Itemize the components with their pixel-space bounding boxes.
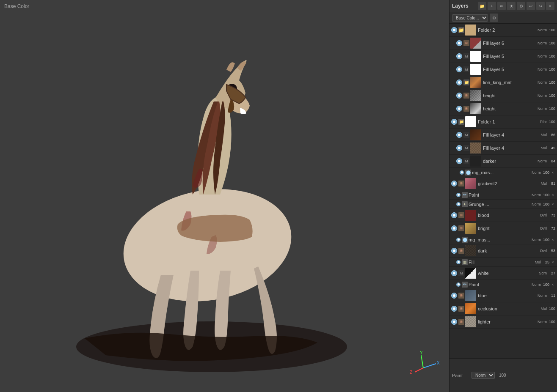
- opacity-value: 100: [499, 373, 506, 378]
- layer-row-lion[interactable]: 📁 lion_king_mat Norm 100: [449, 76, 557, 89]
- layer-row-mgmas2[interactable]: ⬤ mg_mas... Norm 100 ×: [449, 235, 557, 244]
- visibility-blood[interactable]: [451, 212, 457, 218]
- blend-fill-dark: Mul: [527, 260, 541, 264]
- opacity-folder1: 100: [547, 120, 555, 124]
- mask-white-icon: M: [458, 270, 464, 276]
- channel-settings-button[interactable]: ⚙: [490, 14, 498, 22]
- visibility-fill4a[interactable]: [456, 132, 462, 138]
- layer-row-height2[interactable]: ⊞ height Norm 100: [449, 102, 557, 115]
- layer-row-paint1[interactable]: ✏ Paint Norm 100 ×: [449, 190, 557, 200]
- visibility-fill5b[interactable]: [456, 66, 462, 72]
- visibility-dark[interactable]: [451, 248, 457, 254]
- visibility-fill-dark[interactable]: [456, 260, 460, 264]
- visibility-bright[interactable]: [451, 225, 457, 231]
- visibility-occlusion[interactable]: [451, 306, 457, 312]
- visibility-height1[interactable]: [456, 93, 462, 99]
- visibility-fill4b[interactable]: [456, 145, 462, 151]
- mask-icon-5a: M: [463, 53, 469, 59]
- layer-row-gradient2[interactable]: ⊞ gradient2 Mul 81: [449, 177, 557, 190]
- undo-button[interactable]: ↩: [527, 2, 535, 10]
- channel-selector[interactable]: Base Colo... Roughness Metallic Normal: [452, 14, 488, 22]
- visibility-lion[interactable]: [456, 79, 462, 85]
- delete-paint1[interactable]: ×: [550, 192, 555, 197]
- delete-fill-dark[interactable]: ×: [550, 260, 555, 265]
- layer-name-blue: blue: [478, 293, 533, 298]
- blend-mgmas2: Norm: [527, 238, 541, 242]
- visibility-lighter[interactable]: [451, 319, 457, 325]
- redo-button[interactable]: ↪: [536, 2, 545, 10]
- visibility-fill5a[interactable]: [456, 53, 462, 59]
- layer-row-darker[interactable]: M darker Norm 84: [449, 155, 557, 168]
- layer-row-fill6[interactable]: ⊞ Fill layer 6 Norm 100: [449, 37, 557, 50]
- layer-name-gradient2: gradient2: [478, 181, 533, 186]
- delete-mgmas1[interactable]: ×: [550, 170, 555, 175]
- opacity-white: 27: [547, 271, 555, 275]
- layer-row-height1[interactable]: ⊞ height Norm 100: [449, 89, 557, 102]
- visibility-grunge1[interactable]: [456, 202, 460, 206]
- visibility-paint1[interactable]: [456, 193, 460, 197]
- blend-darker: Norm: [533, 159, 547, 163]
- delete-paint2[interactable]: ×: [550, 282, 555, 287]
- checker-lighter-icon: ⊞: [458, 319, 464, 325]
- layer-row-fill4b[interactable]: M Fill layer 4 Mul 45: [449, 142, 557, 155]
- layer-row-occlusion[interactable]: ⊞ occlusion Mul 100: [449, 302, 557, 315]
- blend-height1: Norm: [533, 93, 547, 98]
- layer-name-mgmas1: mg_mas...: [472, 170, 527, 175]
- layer-row-folder1[interactable]: 📁 Folder 1 Pthr 100: [449, 115, 557, 129]
- layer-row-fill5b[interactable]: M Fill layer 5 Norm 100: [449, 63, 557, 76]
- layer-row-folder2[interactable]: 📁 Folder 2 Norm 100: [449, 24, 557, 37]
- checker-dark-icon: ⊞: [458, 248, 464, 254]
- visibility-fill6[interactable]: [456, 40, 462, 46]
- visibility-mgmas1[interactable]: [460, 170, 464, 175]
- layers-list[interactable]: 📁 Folder 2 Norm 100 ⊞ Fill layer 6 Norm …: [449, 24, 557, 358]
- opacity-mgmas1: 100: [541, 170, 549, 175]
- layer-row-paint2[interactable]: ✏ Paint Norm 100 ×: [449, 280, 557, 289]
- folder1-icon: 📁: [458, 119, 464, 125]
- checker-blue-icon: ⊞: [458, 293, 464, 299]
- layer-row-bright[interactable]: ⊞ bright Ovrl 72: [449, 222, 557, 235]
- delete-mgmas2[interactable]: ×: [550, 237, 555, 242]
- thumb-fill4b: [470, 143, 481, 154]
- layer-row-mgmas1[interactable]: ⬤ mg_mas... Norm 100 ×: [449, 168, 557, 177]
- paint2-icon: ✏: [462, 282, 468, 288]
- visibility-blue[interactable]: [451, 293, 457, 299]
- paint-add-button[interactable]: ✏: [497, 2, 506, 10]
- layer-add-button[interactable]: +: [488, 2, 496, 10]
- layer-name-bright: bright: [478, 226, 533, 231]
- visibility-folder1[interactable]: [451, 119, 457, 125]
- layer-row-white[interactable]: M white Scrn 27: [449, 267, 557, 280]
- folder-add-button[interactable]: 📁: [478, 2, 486, 10]
- viewport: Base Color: [0, 0, 449, 392]
- delete-grunge1[interactable]: ×: [550, 202, 555, 207]
- visibility-white[interactable]: [451, 270, 457, 276]
- visibility-height2[interactable]: [456, 106, 462, 112]
- thumb-fill6: [470, 38, 481, 49]
- visibility-mgmas2[interactable]: [456, 238, 460, 242]
- layer-row-fill4a[interactable]: M Fill layer 4 Mul 86: [449, 129, 557, 142]
- checker-icon: ⊞: [463, 40, 469, 46]
- effects-button[interactable]: ★: [507, 2, 516, 10]
- layer-row-fill-dark[interactable]: ▦ Fill Mul 25 ×: [449, 258, 557, 267]
- close-panel-button[interactable]: ×: [546, 2, 554, 10]
- paint-mgmas2-icon: ⬤: [462, 237, 468, 243]
- visibility-gradient2[interactable]: [451, 181, 457, 186]
- layer-row-fill5a[interactable]: M Fill layer 5 Norm 100: [449, 50, 557, 63]
- layer-row-lighter[interactable]: ⊞ lighter Norm 100: [449, 315, 557, 329]
- blend-selector[interactable]: Norm Mul Ovrl Scrn: [472, 372, 495, 379]
- checker-height1-icon: ⊞: [463, 93, 469, 99]
- layer-row-blue[interactable]: ⊞ blue Norm 11: [449, 289, 557, 302]
- visibility-darker[interactable]: [456, 158, 462, 164]
- visibility-paint2[interactable]: [456, 282, 460, 287]
- settings-button[interactable]: ⚙: [517, 2, 525, 10]
- layer-name-lighter: lighter: [478, 319, 533, 324]
- layer-row-grunge1[interactable]: ✦ Grunge ... Norm 100 ×: [449, 200, 557, 209]
- layer-row-blood[interactable]: ⊞ blood Ovrl 73: [449, 209, 557, 222]
- visibility-folder2[interactable]: [451, 27, 457, 33]
- opacity-fill-dark: 25: [541, 260, 549, 264]
- viewport-label: Base Color: [4, 3, 29, 9]
- mask-img-4a-icon: M: [463, 132, 469, 138]
- opacity-height1: 100: [547, 93, 555, 98]
- right-panel: Layers 📁 + ✏ ★ ⚙ ↩ ↪ × Base Colo... Roug…: [449, 0, 557, 392]
- layer-row-dark[interactable]: ⊞ dark Ovrl 53: [449, 244, 557, 258]
- blend-mgmas1: Norm: [527, 170, 541, 175]
